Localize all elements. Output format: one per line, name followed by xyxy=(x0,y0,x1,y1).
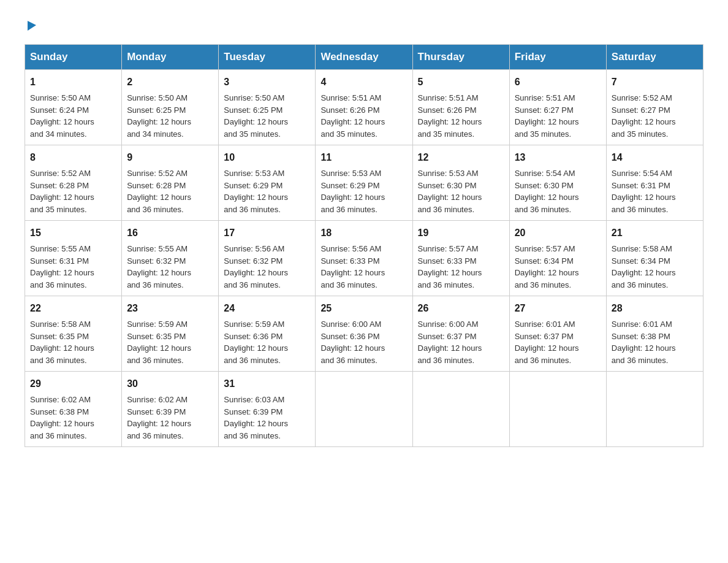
day-number: 2 xyxy=(127,75,213,90)
header-monday: Monday xyxy=(122,45,219,70)
calendar-cell: 14Sunrise: 5:54 AMSunset: 6:31 PMDayligh… xyxy=(606,145,703,221)
day-info: Sunrise: 6:01 AMSunset: 6:38 PMDaylight:… xyxy=(612,320,676,365)
calendar-cell: 9Sunrise: 5:52 AMSunset: 6:28 PMDaylight… xyxy=(122,145,219,221)
day-number: 6 xyxy=(515,75,601,90)
week-row-4: 22Sunrise: 5:58 AMSunset: 6:35 PMDayligh… xyxy=(25,296,703,372)
day-number: 28 xyxy=(612,301,698,316)
logo-arrow-icon xyxy=(25,18,39,32)
day-number: 5 xyxy=(418,75,504,90)
day-info: Sunrise: 5:54 AMSunset: 6:30 PMDaylight:… xyxy=(515,169,579,214)
day-info: Sunrise: 5:54 AMSunset: 6:31 PMDaylight:… xyxy=(612,169,676,214)
week-row-1: 1Sunrise: 5:50 AMSunset: 6:24 PMDaylight… xyxy=(25,70,703,145)
day-number: 12 xyxy=(418,150,504,165)
calendar-cell: 4Sunrise: 5:51 AMSunset: 6:26 PMDaylight… xyxy=(316,70,412,145)
day-info: Sunrise: 5:55 AMSunset: 6:32 PMDaylight:… xyxy=(127,244,191,289)
week-row-3: 15Sunrise: 5:55 AMSunset: 6:31 PMDayligh… xyxy=(25,221,703,296)
calendar-cell: 12Sunrise: 5:53 AMSunset: 6:30 PMDayligh… xyxy=(412,145,509,221)
calendar-cell: 22Sunrise: 5:58 AMSunset: 6:35 PMDayligh… xyxy=(25,296,122,372)
calendar-cell: 17Sunrise: 5:56 AMSunset: 6:32 PMDayligh… xyxy=(219,221,316,296)
calendar-cell: 28Sunrise: 6:01 AMSunset: 6:38 PMDayligh… xyxy=(606,296,703,372)
day-info: Sunrise: 5:52 AMSunset: 6:28 PMDaylight:… xyxy=(127,169,191,214)
day-info: Sunrise: 5:52 AMSunset: 6:28 PMDaylight:… xyxy=(30,169,94,214)
calendar-cell: 20Sunrise: 5:57 AMSunset: 6:34 PMDayligh… xyxy=(509,221,606,296)
week-row-5: 29Sunrise: 6:02 AMSunset: 6:38 PMDayligh… xyxy=(25,372,703,447)
day-info: Sunrise: 6:00 AMSunset: 6:36 PMDaylight:… xyxy=(320,320,385,365)
day-info: Sunrise: 6:00 AMSunset: 6:37 PMDaylight:… xyxy=(418,320,482,365)
header-wednesday: Wednesday xyxy=(316,45,412,70)
day-number: 21 xyxy=(612,226,698,240)
day-info: Sunrise: 5:56 AMSunset: 6:33 PMDaylight:… xyxy=(320,244,385,289)
day-number: 27 xyxy=(515,301,601,316)
day-number: 30 xyxy=(127,377,213,391)
calendar-cell: 11Sunrise: 5:53 AMSunset: 6:29 PMDayligh… xyxy=(316,145,412,221)
week-row-2: 8Sunrise: 5:52 AMSunset: 6:28 PMDaylight… xyxy=(25,145,703,221)
day-info: Sunrise: 6:03 AMSunset: 6:39 PMDaylight:… xyxy=(224,395,288,440)
calendar-cell: 1Sunrise: 5:50 AMSunset: 6:24 PMDaylight… xyxy=(25,70,122,145)
day-info: Sunrise: 5:50 AMSunset: 6:25 PMDaylight:… xyxy=(127,93,191,139)
day-info: Sunrise: 6:01 AMSunset: 6:37 PMDaylight:… xyxy=(515,320,579,365)
header-sunday: Sunday xyxy=(25,45,122,70)
header-thursday: Thursday xyxy=(412,45,509,70)
day-number: 25 xyxy=(320,301,407,316)
day-info: Sunrise: 6:02 AMSunset: 6:39 PMDaylight:… xyxy=(127,395,191,440)
day-info: Sunrise: 5:57 AMSunset: 6:34 PMDaylight:… xyxy=(515,244,579,289)
calendar-cell: 23Sunrise: 5:59 AMSunset: 6:35 PMDayligh… xyxy=(122,296,219,372)
day-number: 11 xyxy=(320,150,407,165)
day-number: 20 xyxy=(515,226,601,240)
day-number: 31 xyxy=(224,377,310,391)
header-tuesday: Tuesday xyxy=(219,45,316,70)
day-number: 4 xyxy=(320,75,407,90)
day-number: 17 xyxy=(224,226,310,240)
day-number: 24 xyxy=(224,301,310,316)
day-info: Sunrise: 5:59 AMSunset: 6:36 PMDaylight:… xyxy=(224,320,288,365)
day-info: Sunrise: 5:51 AMSunset: 6:26 PMDaylight:… xyxy=(320,93,385,139)
calendar-cell: 21Sunrise: 5:58 AMSunset: 6:34 PMDayligh… xyxy=(606,221,703,296)
day-info: Sunrise: 5:55 AMSunset: 6:31 PMDaylight:… xyxy=(30,244,94,289)
day-number: 16 xyxy=(127,226,213,240)
calendar-cell: 27Sunrise: 6:01 AMSunset: 6:37 PMDayligh… xyxy=(509,296,606,372)
day-number: 26 xyxy=(418,301,504,316)
day-info: Sunrise: 5:59 AMSunset: 6:35 PMDaylight:… xyxy=(127,320,191,365)
day-info: Sunrise: 5:56 AMSunset: 6:32 PMDaylight:… xyxy=(224,244,288,289)
day-info: Sunrise: 5:51 AMSunset: 6:26 PMDaylight:… xyxy=(418,93,482,139)
day-number: 29 xyxy=(30,377,116,391)
calendar-cell: 8Sunrise: 5:52 AMSunset: 6:28 PMDaylight… xyxy=(25,145,122,221)
calendar-header-row: SundayMondayTuesdayWednesdayThursdayFrid… xyxy=(25,45,703,70)
page-header xyxy=(25,18,703,32)
day-info: Sunrise: 6:02 AMSunset: 6:38 PMDaylight:… xyxy=(30,395,94,440)
calendar-cell: 13Sunrise: 5:54 AMSunset: 6:30 PMDayligh… xyxy=(509,145,606,221)
calendar-cell: 2Sunrise: 5:50 AMSunset: 6:25 PMDaylight… xyxy=(122,70,219,145)
calendar-cell xyxy=(412,372,509,447)
day-number: 13 xyxy=(515,150,601,165)
day-info: Sunrise: 5:50 AMSunset: 6:25 PMDaylight:… xyxy=(224,93,288,139)
day-number: 22 xyxy=(30,301,116,316)
logo xyxy=(25,18,39,32)
header-saturday: Saturday xyxy=(606,45,703,70)
calendar-cell: 15Sunrise: 5:55 AMSunset: 6:31 PMDayligh… xyxy=(25,221,122,296)
day-info: Sunrise: 5:58 AMSunset: 6:34 PMDaylight:… xyxy=(612,244,676,289)
day-number: 23 xyxy=(127,301,213,316)
day-number: 3 xyxy=(224,75,310,90)
calendar-cell: 3Sunrise: 5:50 AMSunset: 6:25 PMDaylight… xyxy=(219,70,316,145)
calendar-cell xyxy=(606,372,703,447)
day-number: 10 xyxy=(224,150,310,165)
calendar-cell: 29Sunrise: 6:02 AMSunset: 6:38 PMDayligh… xyxy=(25,372,122,447)
day-number: 18 xyxy=(320,226,407,240)
day-info: Sunrise: 5:57 AMSunset: 6:33 PMDaylight:… xyxy=(418,244,482,289)
logo-text xyxy=(25,18,39,32)
day-number: 8 xyxy=(30,150,116,165)
calendar-cell: 26Sunrise: 6:00 AMSunset: 6:37 PMDayligh… xyxy=(412,296,509,372)
header-friday: Friday xyxy=(509,45,606,70)
calendar-cell xyxy=(509,372,606,447)
calendar-cell: 19Sunrise: 5:57 AMSunset: 6:33 PMDayligh… xyxy=(412,221,509,296)
calendar-cell: 30Sunrise: 6:02 AMSunset: 6:39 PMDayligh… xyxy=(122,372,219,447)
day-number: 1 xyxy=(30,75,116,90)
svg-marker-0 xyxy=(28,21,36,31)
day-info: Sunrise: 5:50 AMSunset: 6:24 PMDaylight:… xyxy=(30,93,94,139)
day-number: 14 xyxy=(612,150,698,165)
calendar-cell xyxy=(316,372,412,447)
calendar-table: SundayMondayTuesdayWednesdayThursdayFrid… xyxy=(25,44,703,447)
calendar-cell: 18Sunrise: 5:56 AMSunset: 6:33 PMDayligh… xyxy=(316,221,412,296)
day-info: Sunrise: 5:52 AMSunset: 6:27 PMDaylight:… xyxy=(612,93,676,139)
day-info: Sunrise: 5:58 AMSunset: 6:35 PMDaylight:… xyxy=(30,320,94,365)
